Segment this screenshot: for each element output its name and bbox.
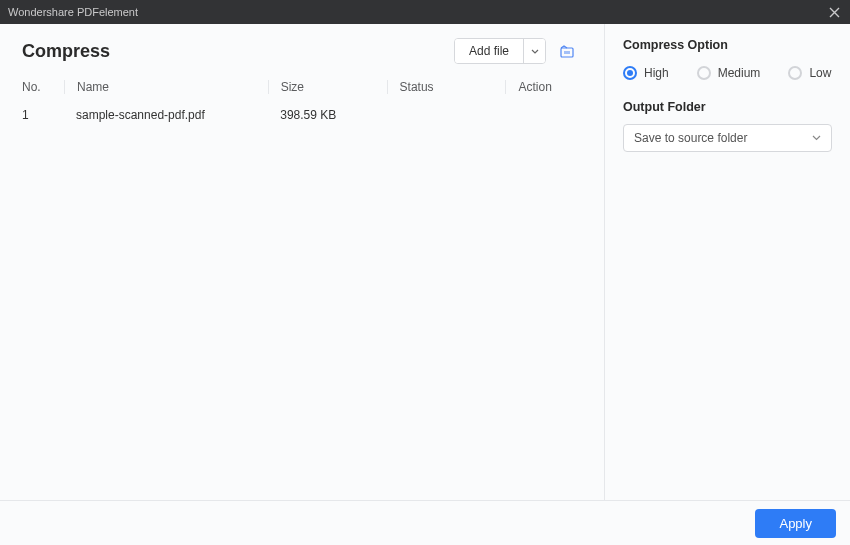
- radio-icon: [697, 66, 711, 80]
- table-row[interactable]: 1 sample-scanned-pdf.pdf 398.59 KB: [0, 100, 604, 130]
- footer: Apply: [0, 500, 850, 545]
- page-title: Compress: [22, 41, 110, 62]
- cell-size: 398.59 KB: [268, 108, 387, 122]
- titlebar: Wondershare PDFelement: [0, 0, 850, 24]
- cell-no: 1: [22, 108, 64, 122]
- chevron-down-icon: [812, 135, 821, 141]
- compress-option-title: Compress Option: [623, 38, 832, 52]
- table-header: No. Name Size Status Action: [0, 74, 604, 100]
- add-file-dropdown[interactable]: [523, 39, 545, 63]
- col-header-no: No.: [22, 80, 64, 94]
- col-header-size: Size: [268, 80, 387, 94]
- select-value: Save to source folder: [634, 131, 747, 145]
- output-folder-title: Output Folder: [623, 100, 832, 114]
- cell-name: sample-scanned-pdf.pdf: [64, 108, 268, 122]
- file-table: No. Name Size Status Action 1 sample-sca…: [0, 74, 604, 130]
- col-header-name: Name: [64, 80, 268, 94]
- add-file-button[interactable]: Add file: [455, 39, 523, 63]
- output-folder-select[interactable]: Save to source folder: [623, 124, 832, 152]
- side-panel: Compress Option High Medium Low Output F…: [605, 24, 850, 500]
- remove-folder-button[interactable]: [556, 40, 578, 62]
- radio-label: Low: [809, 66, 831, 80]
- radio-label: Medium: [718, 66, 761, 80]
- radio-icon: [788, 66, 802, 80]
- compress-option-radios: High Medium Low: [623, 66, 832, 80]
- app-name: Wondershare PDFelement: [8, 6, 138, 18]
- radio-low[interactable]: Low: [788, 66, 831, 80]
- radio-label: High: [644, 66, 669, 80]
- radio-high[interactable]: High: [623, 66, 669, 80]
- col-header-action: Action: [505, 80, 582, 94]
- apply-button[interactable]: Apply: [755, 509, 836, 538]
- trash-folder-icon: [559, 43, 575, 59]
- radio-icon: [623, 66, 637, 80]
- add-file-group: Add file: [454, 38, 546, 64]
- chevron-down-icon: [531, 49, 539, 54]
- main-panel: Compress Add file: [0, 24, 605, 500]
- radio-medium[interactable]: Medium: [697, 66, 761, 80]
- close-icon[interactable]: [826, 4, 842, 20]
- col-header-status: Status: [387, 80, 506, 94]
